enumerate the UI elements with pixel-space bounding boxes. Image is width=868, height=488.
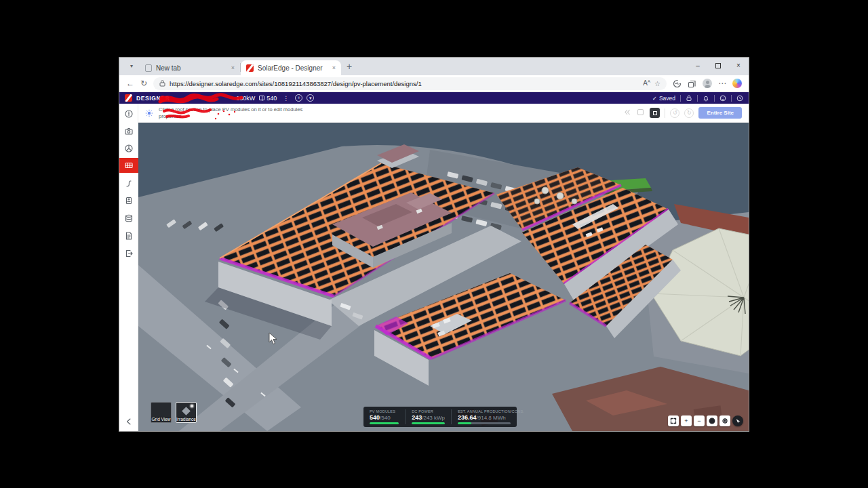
refresh-button[interactable]: ↻: [140, 79, 147, 88]
profile-avatar[interactable]: [703, 79, 712, 88]
select-frame-icon: [653, 111, 657, 115]
undo-button[interactable]: ↺: [670, 108, 679, 118]
irradiance-tile[interactable]: Irradiance: [176, 402, 197, 423]
module-icon: [259, 96, 264, 100]
add-circle-icon[interactable]: +: [295, 94, 302, 102]
maximize-icon: [715, 63, 721, 68]
browser-window: ▾ New tab × SolarEdge - Designer × + – ×…: [119, 58, 749, 431]
tab-close-icon[interactable]: ×: [332, 64, 336, 71]
letterbox-background: ▾ New tab × SolarEdge - Designer × + – ×…: [0, 0, 868, 488]
page-icon: [145, 64, 152, 72]
irradiance-sun-icon: [191, 405, 193, 407]
read-aloud-icon[interactable]: AA: [643, 79, 650, 87]
module-count: 540: [259, 95, 277, 102]
notifications-bell-icon[interactable]: [703, 95, 709, 102]
header-menu-icon[interactable]: ⋮: [283, 95, 289, 102]
lock-icon: [159, 80, 165, 87]
tab-search-chevron-icon[interactable]: ▾: [125, 60, 138, 73]
zoom-in-button[interactable]: +: [681, 415, 692, 426]
compass-button[interactable]: [732, 415, 743, 426]
fit-view-button[interactable]: [668, 415, 679, 426]
shading-view-button[interactable]: [707, 415, 717, 426]
grid-view-tile[interactable]: Grid View: [151, 402, 172, 423]
progress-bar: [458, 422, 471, 424]
redo-button[interactable]: ↻: [684, 108, 694, 118]
hint-toolbar: Click a roof section to place PV modules…: [138, 104, 749, 123]
tab-label: New tab: [156, 64, 181, 72]
tab-strip: ▾ New tab × SolarEdge - Designer × + – ×: [119, 58, 749, 75]
designer-header: DESIGNER 180kW 540 ⋮ + ▾ ✓Saved: [119, 92, 749, 104]
progress-bar: [412, 422, 445, 424]
back-button[interactable]: ←: [126, 79, 134, 88]
pv-modules-icon: [124, 161, 134, 170]
tab-solaredge-designer[interactable]: SolarEdge - Designer ×: [241, 60, 341, 75]
minimize-button[interactable]: –: [688, 58, 708, 75]
progress-bar: [370, 422, 399, 424]
zoom-out-button[interactable]: −: [694, 415, 705, 426]
irradiance-label: Irradiance: [176, 417, 196, 422]
scene-3d-model: [138, 123, 749, 431]
design-stats-bar: PV MODULES 540/540 DC POWER 243/243 kWp …: [363, 407, 517, 427]
saved-status: ✓Saved: [652, 95, 675, 102]
designer-brand: DESIGNER: [136, 95, 170, 102]
stat-dc-power: DC POWER 243/243 kWp: [405, 409, 445, 424]
hint-text: Click a roof section to place PV modules…: [159, 106, 307, 120]
left-sidebar: [119, 104, 138, 431]
sidebar-item-3d-model[interactable]: [119, 141, 138, 156]
document-icon: [124, 231, 134, 241]
frame-icon[interactable]: [636, 107, 645, 119]
tab-new-tab[interactable]: New tab ×: [140, 60, 240, 75]
sidebar-item-imagery[interactable]: [119, 124, 138, 139]
entire-site-button[interactable]: Entire Site: [698, 107, 742, 119]
sun-hint-icon: [145, 109, 153, 117]
sidebar-item-export[interactable]: [119, 246, 138, 261]
header-right-group: ✓Saved: [652, 95, 743, 102]
browser-essentials-icon[interactable]: [673, 79, 682, 88]
solaredge-logo: [125, 94, 132, 102]
tab-close-icon[interactable]: ×: [231, 64, 235, 71]
sidebar-item-report[interactable]: [119, 228, 138, 243]
lock-permissions-icon[interactable]: [686, 95, 692, 102]
collections-icon[interactable]: [688, 79, 696, 88]
center-target-button[interactable]: [719, 415, 730, 426]
browser-menu-icon[interactable]: ⋯: [718, 79, 726, 88]
help-clock-icon[interactable]: [736, 95, 743, 102]
url-input[interactable]: https://designer.solaredge.com/sites/108…: [153, 77, 667, 90]
collapse-circle-icon[interactable]: ▾: [307, 94, 314, 102]
view-mode-tiles: Grid View Irradiance: [151, 402, 197, 423]
window-controls: – ×: [688, 58, 749, 75]
select-frame-tool-button[interactable]: [650, 108, 660, 118]
system-power: 180kW: [236, 95, 255, 102]
favorite-star-icon[interactable]: ☆: [654, 80, 660, 87]
stat-annual-production: EST. ANNUAL PRODUCTION/CONS. 236.64/914.…: [451, 409, 511, 424]
sidebar-collapse[interactable]: [119, 414, 138, 429]
camera-icon: [124, 127, 134, 136]
solaredge-favicon: [246, 64, 254, 72]
stat-pv-modules: PV MODULES 540/540: [370, 409, 399, 424]
irradiance-diamond-icon: [182, 407, 191, 415]
info-icon: [124, 109, 134, 119]
grid-view-label: Grid View: [151, 417, 171, 422]
address-bar-row: ← ↻ https://designer.solaredge.com/sites…: [119, 75, 749, 92]
sidebar-item-cabling[interactable]: [119, 176, 138, 191]
tab-label: SolarEdge - Designer: [258, 64, 323, 72]
new-tab-button[interactable]: +: [347, 61, 352, 72]
viewport-controls: + −: [668, 415, 743, 426]
chevron-left-icon: [124, 417, 134, 426]
cabling-icon: [124, 179, 134, 188]
design-3d-viewport[interactable]: Grid View Irradiance PV MODULES 540/540: [138, 123, 749, 431]
close-button[interactable]: ×: [728, 58, 749, 75]
collapse-panel-icon[interactable]: [623, 107, 631, 119]
electrical-icon: [124, 196, 134, 205]
maximize-button[interactable]: [708, 58, 728, 75]
feedback-icon[interactable]: [719, 95, 726, 102]
sidebar-item-pv-placement[interactable]: [119, 158, 138, 173]
sidebar-item-storage[interactable]: [119, 211, 138, 226]
copilot-icon[interactable]: [732, 79, 742, 88]
layers-database-icon: [124, 214, 134, 223]
url-text: https://designer.solaredge.com/sites/108…: [170, 80, 639, 87]
sidebar-item-info[interactable]: [119, 106, 138, 121]
export-icon: [124, 249, 134, 258]
sidebar-item-electrical[interactable]: [119, 193, 138, 208]
globe-3d-icon: [124, 144, 134, 153]
